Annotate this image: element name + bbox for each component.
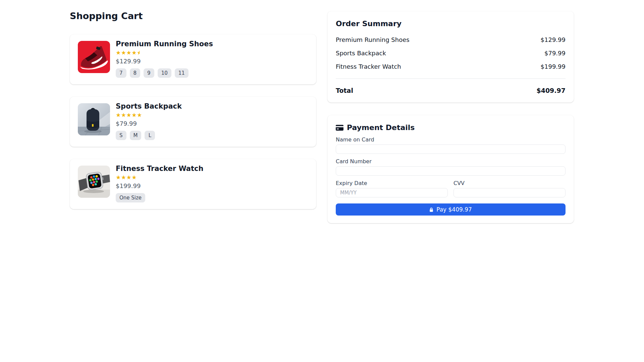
name-on-card-input[interactable] bbox=[336, 144, 566, 154]
product-name: Fitness Tracker Watch bbox=[116, 165, 203, 173]
product-image-running-shoes bbox=[78, 41, 110, 73]
cart-item-info: Premium Running Shoes ★★★★★ $129.99 7 8 … bbox=[116, 40, 213, 84]
smartwatch-illustration bbox=[78, 166, 110, 198]
payment-heading: Payment Details bbox=[347, 123, 415, 132]
product-price: $199.99 bbox=[116, 182, 203, 189]
full-stars: ★★★★ bbox=[116, 174, 137, 181]
size-option-11[interactable]: 11 bbox=[175, 68, 189, 78]
pay-button-label: Pay $409.97 bbox=[436, 206, 472, 213]
size-option-10[interactable]: 10 bbox=[158, 68, 171, 78]
name-on-card-label: Name on Card bbox=[336, 137, 566, 143]
summary-item-name: Sports Backpack bbox=[336, 50, 386, 57]
size-option-m[interactable]: M bbox=[130, 131, 142, 140]
cart-item-fitness-watch: Fitness Tracker Watch ★★★★ $199.99 One S… bbox=[70, 159, 316, 209]
credit-card-icon bbox=[336, 125, 343, 131]
product-price: $79.99 bbox=[116, 120, 182, 127]
order-summary-card: Order Summary Premium Running Shoes $129… bbox=[327, 11, 574, 103]
expiry-cvv-row: Expiry Date CVV bbox=[336, 176, 566, 197]
rating-stars: ★★★★★ bbox=[116, 112, 182, 118]
size-option-one-size[interactable]: One Size bbox=[116, 193, 145, 202]
cvv-label: CVV bbox=[453, 180, 566, 186]
backpack-illustration bbox=[78, 103, 110, 135]
product-name: Sports Backpack bbox=[116, 102, 182, 110]
summary-row: Premium Running Shoes $129.99 bbox=[336, 36, 566, 43]
card-number-label: Card Number bbox=[336, 159, 566, 165]
summary-item-price: $199.99 bbox=[541, 63, 566, 70]
payment-details-card: Payment Details Name on Card Card Number… bbox=[327, 115, 574, 223]
order-summary-rows: Premium Running Shoes $129.99 Sports Bac… bbox=[336, 36, 566, 70]
card-number-input[interactable] bbox=[336, 166, 566, 176]
product-image-watch bbox=[78, 166, 110, 198]
summary-row: Fitness Tracker Watch $199.99 bbox=[336, 63, 566, 70]
cart-item-running-shoes: Premium Running Shoes ★★★★★ $129.99 7 8 … bbox=[70, 34, 316, 84]
cvv-input[interactable] bbox=[453, 188, 566, 197]
size-options: S M L bbox=[116, 131, 182, 140]
size-options: One Size bbox=[116, 193, 203, 202]
cart-item-info: Fitness Tracker Watch ★★★★ $199.99 One S… bbox=[116, 165, 203, 209]
expiry-input[interactable] bbox=[336, 188, 448, 197]
half-star: ★ bbox=[137, 50, 140, 56]
summary-item-name: Fitness Tracker Watch bbox=[336, 63, 401, 70]
size-option-8[interactable]: 8 bbox=[130, 68, 141, 78]
cart-item-sports-backpack: Sports Backpack ★★★★★ $79.99 S M L bbox=[70, 97, 316, 147]
total-row: Total $409.97 bbox=[336, 79, 566, 94]
expiry-label: Expiry Date bbox=[336, 180, 448, 186]
product-name: Premium Running Shoes bbox=[116, 40, 213, 48]
summary-item-price: $129.99 bbox=[541, 36, 566, 43]
summary-row: Sports Backpack $79.99 bbox=[336, 50, 566, 57]
product-image-backpack bbox=[78, 103, 110, 135]
total-label: Total bbox=[336, 87, 353, 94]
size-option-7[interactable]: 7 bbox=[116, 68, 126, 78]
page-title: Shopping Cart bbox=[70, 10, 316, 22]
cart-column: Shopping Cart Premium Running Shoes ★★★★… bbox=[70, 8, 316, 209]
checkout-column: Order Summary Premium Running Shoes $129… bbox=[327, 11, 574, 223]
pay-button[interactable]: Pay $409.97 bbox=[336, 203, 566, 216]
shopping-cart-page: Shopping Cart Premium Running Shoes ★★★★… bbox=[0, 0, 644, 362]
rating-stars: ★★★★ bbox=[116, 174, 203, 181]
size-options: 7 8 9 10 11 bbox=[116, 68, 213, 78]
cvv-field: CVV bbox=[453, 176, 566, 197]
cart-item-info: Sports Backpack ★★★★★ $79.99 S M L bbox=[116, 102, 182, 146]
order-summary-heading: Order Summary bbox=[336, 19, 566, 28]
lock-icon bbox=[429, 207, 433, 212]
summary-item-price: $79.99 bbox=[544, 50, 566, 57]
size-option-s[interactable]: S bbox=[116, 131, 126, 140]
product-price: $129.99 bbox=[116, 58, 213, 65]
size-option-9[interactable]: 9 bbox=[144, 68, 154, 78]
full-stars: ★★★★★ bbox=[116, 112, 142, 118]
expiry-field: Expiry Date bbox=[336, 176, 448, 197]
full-stars: ★★★★ bbox=[116, 49, 137, 56]
payment-heading-row: Payment Details bbox=[336, 123, 566, 132]
size-option-l[interactable]: L bbox=[145, 131, 155, 140]
rating-stars: ★★★★★ bbox=[116, 50, 213, 56]
summary-item-name: Premium Running Shoes bbox=[336, 36, 410, 43]
red-shoe-illustration bbox=[78, 41, 110, 73]
total-value: $409.97 bbox=[536, 87, 566, 94]
